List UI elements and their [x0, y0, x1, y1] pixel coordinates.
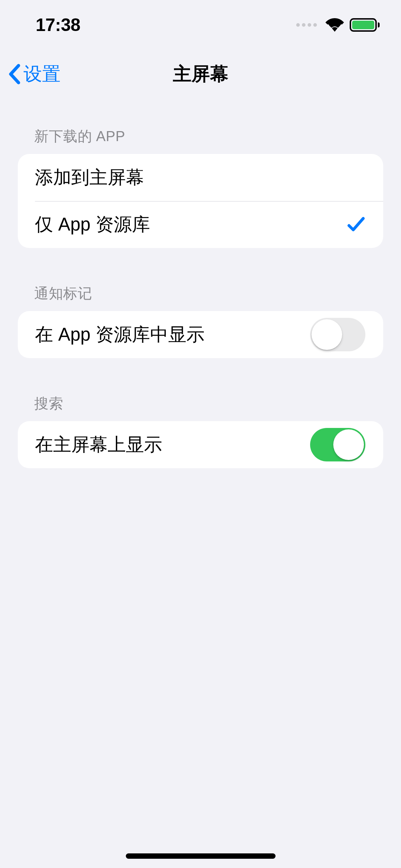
option-label: 仅 App 资源库: [35, 212, 150, 237]
row-label: 在主屏幕上显示: [35, 433, 162, 457]
group-badges: 在 App 资源库中显示: [18, 311, 383, 358]
section-new-apps: 新下载的 APP 添加到主屏幕 仅 App 资源库: [18, 126, 383, 248]
option-add-to-home[interactable]: 添加到主屏幕: [18, 154, 383, 201]
section-header-search: 搜索: [18, 394, 383, 421]
section-header-new-apps: 新下载的 APP: [18, 126, 383, 154]
chevron-left-icon: [8, 63, 21, 85]
home-indicator[interactable]: [126, 853, 276, 859]
section-header-badges: 通知标记: [18, 284, 383, 311]
section-badges: 通知标记 在 App 资源库中显示: [18, 284, 383, 358]
option-app-library-only[interactable]: 仅 App 资源库: [18, 201, 383, 248]
row-show-in-app-library: 在 App 资源库中显示: [18, 311, 383, 358]
row-show-on-home-screen: 在主屏幕上显示: [18, 421, 383, 468]
battery-icon: [350, 18, 380, 32]
group-search: 在主屏幕上显示: [18, 421, 383, 468]
wifi-icon: [325, 18, 344, 32]
option-label: 添加到主屏幕: [35, 165, 144, 190]
status-indicators: [296, 18, 380, 32]
signal-dots-icon: [296, 23, 317, 27]
content-area: 新下载的 APP 添加到主屏幕 仅 App 资源库 通知标记 在 App 资源库…: [0, 126, 401, 468]
back-label: 设置: [24, 62, 61, 87]
back-button[interactable]: 设置: [8, 62, 61, 87]
navigation-bar: 设置 主屏幕: [0, 50, 401, 98]
section-search: 搜索 在主屏幕上显示: [18, 394, 383, 468]
status-bar: 17:38: [0, 0, 401, 50]
page-title: 主屏幕: [173, 62, 228, 87]
checkmark-icon: [347, 216, 365, 233]
toggle-show-on-home-screen[interactable]: [310, 428, 365, 461]
toggle-show-in-app-library[interactable]: [310, 318, 365, 351]
status-time: 17:38: [36, 15, 80, 35]
group-new-apps: 添加到主屏幕 仅 App 资源库: [18, 154, 383, 248]
row-label: 在 App 资源库中显示: [35, 322, 205, 347]
